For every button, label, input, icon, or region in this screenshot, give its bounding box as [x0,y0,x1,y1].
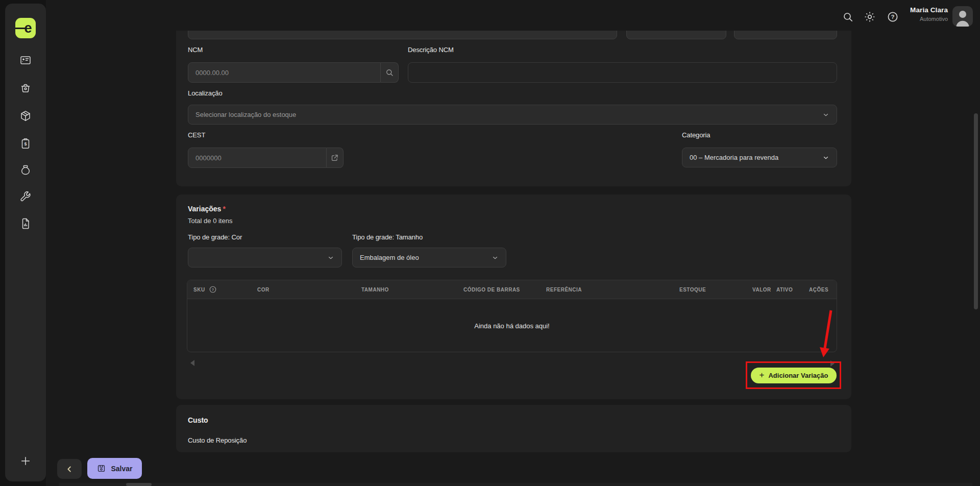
location-label: Localização [188,89,223,97]
global-search-button[interactable] [842,11,854,23]
search-icon [842,11,854,23]
category-select[interactable]: 00 – Mercadoria para revenda [682,148,837,167]
col-estoque: ESTOQUE [679,287,706,293]
clipboard-dollar-icon: $ [19,137,32,150]
sku-help-icon[interactable]: ? [209,285,217,294]
col-tamanho: TAMANHO [361,287,389,293]
chevron-down-icon [327,254,334,261]
chevron-down-icon [822,111,829,118]
col-acoes: AÇÕES [809,287,828,293]
col-cor: COR [257,287,270,293]
floppy-disk-icon [96,464,106,473]
back-button[interactable] [57,459,82,479]
sidebar-add-button[interactable] [20,455,31,467]
variations-table: SKU ? COR TAMANHO CÓDIGO DE BARRAS REFER… [187,280,837,352]
svg-text:$: $ [24,141,27,147]
top-bar [46,0,980,31]
logo-bar [15,28,27,29]
cest-external-link-button[interactable] [327,148,344,168]
horizontal-scrollbar-thumb[interactable] [126,483,152,486]
sidebar-item-financeiro[interactable]: $ [19,137,32,150]
grade-color-label: Tipo de grade: Cor [188,233,242,241]
col-sku: SKU [193,287,205,293]
app-logo[interactable]: e [15,18,36,38]
save-button-label: Salvar [111,465,132,473]
cost-section-card: Custo Custo de Reposição [176,405,851,452]
pagination-prev-icon[interactable] [190,360,194,366]
sidebar-item-compras[interactable] [19,164,32,176]
chevron-left-icon [65,465,74,474]
sidebar-item-cadastros[interactable] [19,54,32,66]
ncm-input[interactable] [188,62,381,83]
theme-brightness-button[interactable] [864,11,876,23]
col-codigo-de-barras: CÓDIGO DE BARRAS [463,287,520,293]
package-icon [19,110,32,122]
report-file-icon [19,217,32,230]
location-select[interactable]: Selecionar localização do estoque [188,105,837,125]
variations-subtitle: Total de 0 itens [188,217,232,225]
annotation-highlight-rectangle [746,361,841,389]
sidebar-item-produtos[interactable] [19,110,32,122]
col-valor: VALOR [752,287,771,293]
variations-title: Variações* [188,205,226,213]
save-button[interactable]: Salvar [87,458,142,479]
table-empty-state: Ainda não há dados aqui! [187,299,837,352]
user-block[interactable]: Maria Clara Automotivo [910,6,948,22]
horizontal-scrollbar-track [59,483,972,486]
replacement-cost-label: Custo de Reposição [188,436,247,444]
category-label: Categoria [682,131,710,139]
external-link-icon [330,154,339,162]
help-button[interactable]: ? [887,11,899,23]
avatar[interactable] [952,6,973,27]
user-role: Automotivo [910,16,948,22]
search-icon [385,68,394,77]
svg-text:?: ? [212,287,214,292]
chevron-down-icon [492,254,499,261]
cest-field-group [188,148,344,168]
variations-table-header: SKU ? COR TAMANHO CÓDIGO DE BARRAS REFER… [187,280,837,299]
cest-label: CEST [188,131,205,139]
ncm-field-group [188,62,399,83]
ncm-description-input[interactable] [408,62,837,83]
help-icon: ? [887,11,899,23]
shopping-basket-icon [19,82,32,94]
grade-size-label: Tipo de grade: Tamanho [352,233,423,241]
contact-card-icon [19,54,32,66]
svg-text:?: ? [891,14,894,20]
sidebar-item-relatorios[interactable] [19,217,32,230]
ncm-search-button[interactable] [381,62,399,83]
col-ativo: ATIVO [776,287,793,293]
required-marker: * [223,205,225,213]
ncm-label: NCM [188,46,203,54]
sidebar-item-ferramentas[interactable] [19,190,32,203]
category-select-value: 00 – Mercadoria para revenda [690,154,778,161]
sidebar-item-vendas[interactable] [19,82,32,94]
wrench-icon [19,190,32,203]
user-name: Maria Clara [910,6,948,14]
vertical-scrollbar-thumb[interactable] [974,113,978,309]
sidebar: e $ [5,4,46,481]
person-icon [952,6,973,27]
cest-input[interactable] [188,148,327,168]
chevron-down-icon [822,154,829,161]
ncm-description-label: Descrição NCM [408,46,454,54]
location-select-placeholder: Selecionar localização do estoque [195,111,296,118]
cost-title: Custo [188,416,208,424]
plus-icon [20,455,31,467]
money-bag-icon [19,164,32,176]
brightness-icon [864,11,876,23]
grade-size-select[interactable]: Embalagem de óleo [352,248,506,268]
grade-color-select[interactable] [188,248,342,268]
col-referencia: REFERÊNCIA [546,287,582,293]
grade-size-select-value: Embalagem de óleo [360,254,419,261]
